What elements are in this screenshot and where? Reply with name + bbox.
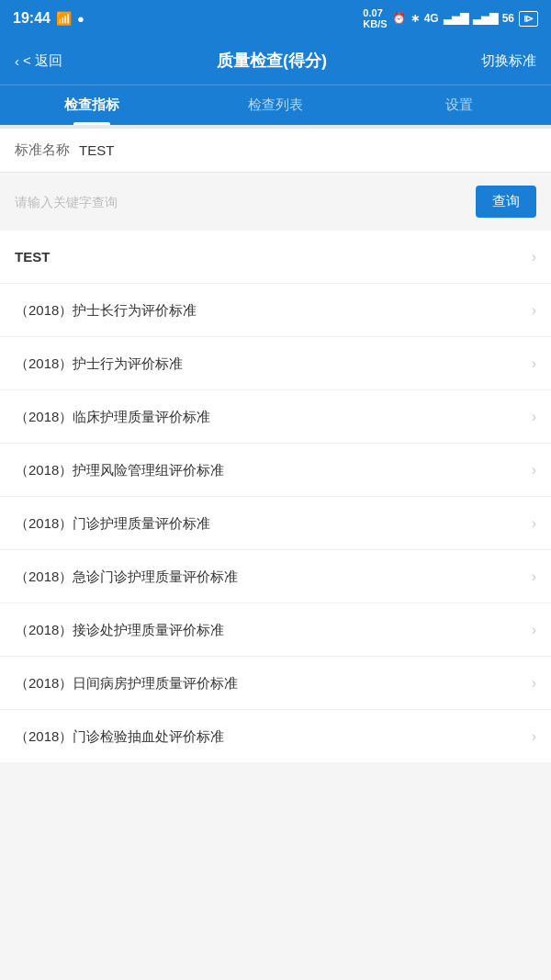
list-item-text: （2018）门诊护理质量评价标准 [15,513,210,533]
list-item-text: （2018）门诊检验抽血处评价标准 [15,727,224,746]
list-item-text: （2018）护理风险管理组评价标准 [15,460,224,479]
back-chevron-icon: ‹ [15,53,19,69]
list-item-text: （2018）日间病房护理质量评价标准 [15,673,238,693]
list-item-1[interactable]: （2018）护士长行为评价标准 › [0,284,551,337]
list-item-7[interactable]: （2018）接诊处护理质量评价标准 › [0,603,551,657]
tab-bar: 检查指标 检查列表 设置 [0,84,551,125]
list-item-text: （2018）护士长行为评价标准 [15,300,197,320]
list-item-text: （2018）护士行为评价标准 [15,354,183,373]
search-input[interactable] [15,195,467,209]
signal-icon: ● [77,12,84,26]
list-item-text: （2018）急诊门诊护理质量评价标准 [15,567,238,586]
chevron-right-icon: › [532,515,536,532]
chevron-right-icon: › [532,409,536,425]
list-item-text: TEST [15,247,50,266]
chevron-right-icon: › [532,249,536,265]
tab-list[interactable]: 检查列表 [184,85,367,125]
tab-list-label: 检查列表 [248,96,303,112]
chevron-right-icon: › [532,302,536,319]
search-section: 查询 [0,173,551,231]
list-item-9[interactable]: （2018）门诊检验抽血处评价标准 › [0,710,551,762]
list-item-6[interactable]: （2018）急诊门诊护理质量评价标准 › [0,550,551,603]
battery-icon: ⧐ [519,11,538,27]
tab-indicators-label: 检查指标 [64,96,119,112]
data-speed: 0.07KB/S [363,7,387,29]
chevron-right-icon: › [532,355,536,372]
page-title: 质量检查(得分) [217,50,327,72]
status-right: 0.07KB/S ⏰ ∗ 4G ▃▅▇ ▃▅▇ 56 ⧐ [363,7,538,29]
tab-indicators[interactable]: 检查指标 [0,85,184,125]
chevron-right-icon: › [532,569,536,585]
chevron-right-icon: › [532,675,536,692]
status-bar: 19:44 📶 ● 0.07KB/S ⏰ ∗ 4G ▃▅▇ ▃▅▇ 56 ⧐ [0,0,551,37]
list-item-test[interactable]: TEST › [0,231,551,284]
status-left: 19:44 📶 ● [13,10,84,27]
list-container: TEST › （2018）护士长行为评价标准 › （2018）护士行为评价标准 … [0,231,551,762]
list-item-5[interactable]: （2018）门诊护理质量评价标准 › [0,497,551,550]
wifi-icon: 📶 [56,11,72,26]
switch-standard-button[interactable]: 切换标准 [481,52,536,70]
signal-bars-icon: ▃▅▇ [444,12,468,25]
back-button[interactable]: ‹ < 返回 [15,52,62,70]
list-item-4[interactable]: （2018）护理风险管理组评价标准 › [0,444,551,497]
clock-icon: ⏰ [392,12,406,25]
battery-level: 56 [502,12,514,25]
list-item-8[interactable]: （2018）日间病房护理质量评价标准 › [0,657,551,710]
signal-bars-2-icon: ▃▅▇ [473,12,498,25]
status-time: 19:44 [13,10,51,27]
top-navigation: ‹ < 返回 质量检查(得分) 切换标准 [0,37,551,84]
standard-name-row: 标准名称 TEST [0,125,551,173]
chevron-right-icon: › [532,622,536,638]
list-item-text: （2018）临床护理质量评价标准 [15,407,210,426]
search-button[interactable]: 查询 [476,186,536,218]
bluetooth-icon: ∗ [410,12,420,25]
standard-name-label: 标准名称 [15,141,79,159]
list-item-text: （2018）接诊处护理质量评价标准 [15,620,224,639]
standard-name-value: TEST [79,142,114,158]
tab-settings[interactable]: 设置 [367,85,551,125]
tab-settings-label: 设置 [445,96,473,112]
list-item-3[interactable]: （2018）临床护理质量评价标准 › [0,390,551,444]
back-label: < 返回 [23,52,62,70]
network-icon: 4G [424,12,439,25]
chevron-right-icon: › [532,728,536,745]
list-item-2[interactable]: （2018）护士行为评价标准 › [0,337,551,390]
chevron-right-icon: › [532,462,536,479]
